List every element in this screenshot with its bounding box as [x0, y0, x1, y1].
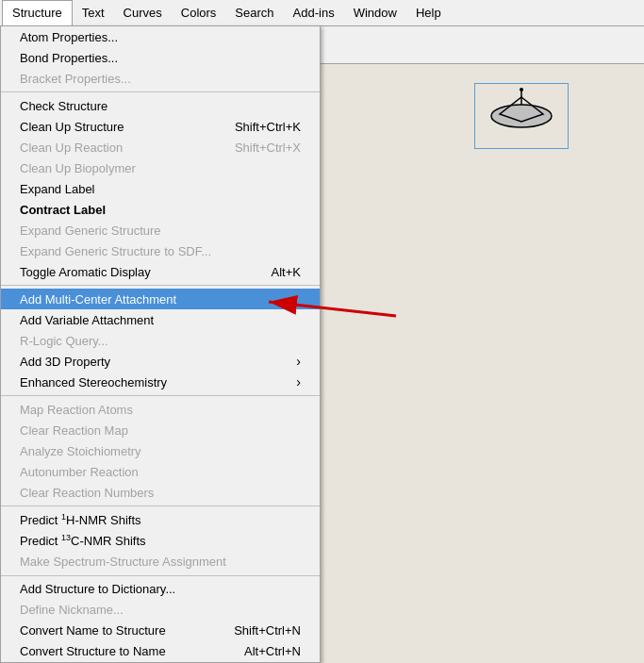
- menu-clean-up-reaction: Clean Up Reaction Shift+Ctrl+X: [1, 137, 320, 157]
- menu-make-spectrum: Make Spectrum-Structure Assignment: [1, 552, 320, 572]
- menu-analyze-stoichio: Analyze Stoichiometry: [1, 440, 320, 461]
- structure-dropdown: Atom Properties... Bond Properties... Br…: [0, 25, 321, 663]
- menubar-item-search[interactable]: Search: [225, 0, 283, 25]
- menu-expand-label[interactable]: Expand Label: [1, 178, 320, 199]
- menu-clear-reaction-map: Clear Reaction Map: [1, 420, 320, 440]
- menu-toggle-aromatic[interactable]: Toggle Aromatic Display Alt+K: [1, 261, 320, 282]
- menu-autonumber: Autonumber Reaction: [1, 461, 320, 482]
- menubar-item-help[interactable]: Help: [406, 0, 451, 25]
- menu-contract-label[interactable]: Contract Label: [1, 199, 320, 220]
- menubar-item-curves[interactable]: Curves: [114, 0, 172, 25]
- menu-add-variable[interactable]: Add Variable Attachment: [1, 309, 320, 330]
- menu-add-multicenter[interactable]: Add Multi-Center Attachment: [1, 289, 320, 309]
- menubar-item-text[interactable]: Text: [73, 0, 114, 25]
- sep-1: [1, 91, 320, 92]
- menu-map-reaction: Map Reaction Atoms: [1, 399, 320, 420]
- menu-predict-cnmr[interactable]: Predict 13C-NMR Shifts: [1, 530, 320, 551]
- menu-r-logic: R-Logic Query...: [1, 330, 320, 351]
- menu-define-nickname: Define Nickname...: [1, 600, 320, 621]
- menubar-item-structure[interactable]: Structure: [2, 0, 73, 26]
- menu-bracket-properties: Bracket Properties...: [1, 68, 320, 89]
- menu-expand-generic: Expand Generic Structure: [1, 220, 320, 240]
- molecule-svg: [479, 88, 564, 144]
- menu-predict-hnmr[interactable]: Predict 1H-NMR Shifts: [1, 509, 320, 530]
- menubar-item-window[interactable]: Window: [344, 0, 406, 25]
- menu-clear-reaction-numbers: Clear Reaction Numbers: [1, 482, 320, 503]
- menu-convert-struct-to-name[interactable]: Convert Structure to Name Alt+Ctrl+N: [1, 641, 320, 662]
- menubar-item-colors[interactable]: Colors: [172, 0, 226, 25]
- menu-enhanced-stereo[interactable]: Enhanced Stereochemistry: [1, 372, 320, 392]
- sep-3: [1, 395, 320, 396]
- molecule-display: [474, 83, 569, 149]
- menu-expand-generic-sdf: Expand Generic Structure to SDF...: [1, 240, 320, 261]
- menu-add-3d[interactable]: Add 3D Property: [1, 351, 320, 372]
- svg-point-1: [491, 105, 552, 127]
- sep-4: [1, 506, 320, 506]
- svg-point-3: [520, 88, 523, 91]
- menu-convert-name-to-struct[interactable]: Convert Name to Structure Shift+Ctrl+N: [1, 621, 320, 641]
- menu-atom-properties[interactable]: Atom Properties...: [1, 26, 320, 47]
- sep-5: [1, 575, 320, 576]
- menu-clean-up-biopolymer: Clean Up Biopolymer: [1, 157, 320, 178]
- menu-clean-up-structure[interactable]: Clean Up Structure Shift+Ctrl+K: [1, 116, 320, 137]
- menubar: Structure Text Curves Colors Search Add-…: [0, 0, 644, 26]
- menubar-item-addins[interactable]: Add-ins: [284, 0, 344, 25]
- menu-check-structure[interactable]: Check Structure: [1, 95, 320, 116]
- menu-add-dict[interactable]: Add Structure to Dictionary...: [1, 579, 320, 600]
- menu-bond-properties[interactable]: Bond Properties...: [1, 47, 320, 68]
- sep-2: [1, 285, 320, 286]
